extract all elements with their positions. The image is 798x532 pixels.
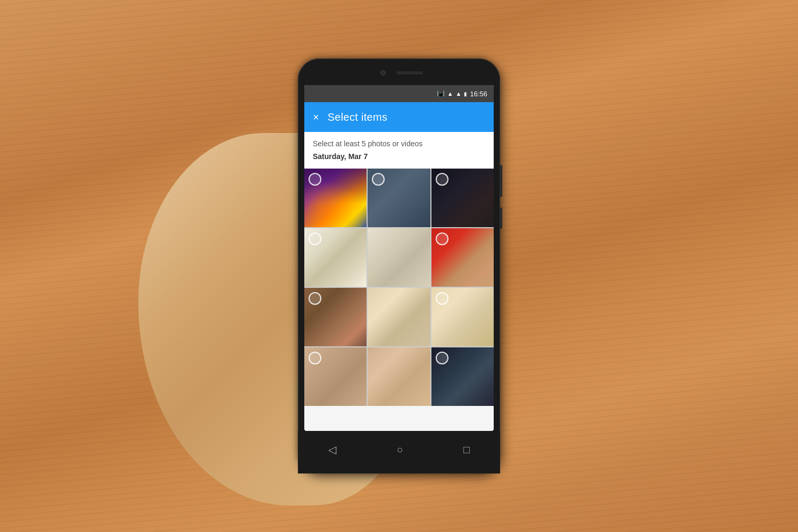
home-button[interactable]: ○ <box>396 444 403 456</box>
select-circle-2[interactable] <box>372 173 385 186</box>
close-button[interactable]: × <box>313 111 319 123</box>
app-bar-title: Select items <box>328 111 388 123</box>
photo-item[interactable] <box>368 347 430 406</box>
vibrate-icon: 📳 <box>437 90 445 97</box>
status-bar: 📳 ▲ ▲ ▮ 16:56 <box>304 85 494 102</box>
photo-item[interactable] <box>431 288 494 346</box>
select-circle-6[interactable] <box>436 232 448 245</box>
status-time: 16:56 <box>470 90 487 98</box>
nav-bar: ◁ ○ □ <box>298 431 500 473</box>
phone-body: 📳 ▲ ▲ ▮ 16:56 × Select items Select at <box>298 59 500 473</box>
phone-camera <box>380 70 386 76</box>
phone-power-button <box>500 207 502 229</box>
instruction-text: Select at least 5 photos or videos <box>313 139 485 148</box>
photo-item[interactable] <box>431 228 494 287</box>
phone-volume-button <box>500 165 502 197</box>
photo-item[interactable] <box>431 347 494 406</box>
phone-wrapper: 📳 ▲ ▲ ▮ 16:56 × Select items Select at <box>234 37 564 495</box>
select-circle-3[interactable] <box>436 173 448 186</box>
photo-item[interactable] <box>304 288 367 346</box>
photo-item[interactable] <box>304 169 367 227</box>
date-label: Saturday, Mar 7 <box>313 152 485 165</box>
status-icons: 📳 ▲ ▲ ▮ 16:56 <box>437 90 487 98</box>
subtitle-bar: Select at least 5 photos or videos Satur… <box>304 132 494 169</box>
select-circle-4[interactable] <box>309 232 321 245</box>
photo-grid <box>304 169 494 406</box>
back-button[interactable]: ◁ <box>328 443 336 456</box>
recents-button[interactable]: □ <box>463 444 470 456</box>
select-circle-12[interactable] <box>436 352 448 364</box>
select-circle-9[interactable] <box>436 292 448 305</box>
wifi-icon: ▲ <box>447 90 453 97</box>
select-circle-7[interactable] <box>309 292 321 305</box>
battery-icon: ▮ <box>464 91 467 97</box>
select-circle-1[interactable] <box>309 173 321 186</box>
photo-item[interactable] <box>368 228 430 287</box>
photo-item[interactable] <box>304 228 367 287</box>
phone-screen: 📳 ▲ ▲ ▮ 16:56 × Select items Select at <box>304 85 494 431</box>
app-bar: × Select items <box>304 102 494 132</box>
select-circle-10[interactable] <box>309 352 321 364</box>
photo-item[interactable] <box>368 288 430 346</box>
signal-icon: ▲ <box>456 90 462 97</box>
phone-speaker <box>396 71 423 74</box>
photo-item[interactable] <box>304 347 367 406</box>
photo-item[interactable] <box>368 169 430 227</box>
photo-item[interactable] <box>431 169 494 227</box>
